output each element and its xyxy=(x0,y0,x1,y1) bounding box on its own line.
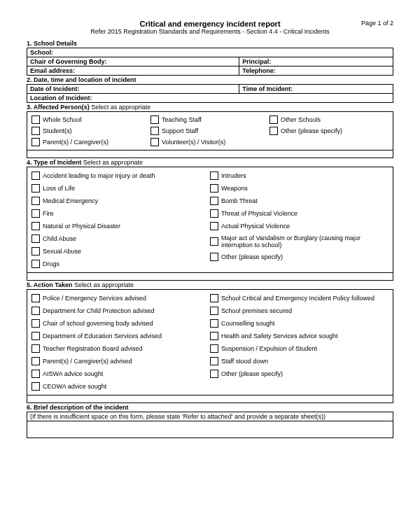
affected-label: Teaching Staff xyxy=(162,116,202,123)
chair-label[interactable]: Chair of Governing Body: xyxy=(27,57,239,66)
affected-checkbox[interactable] xyxy=(150,138,159,146)
incident-label: Intruders xyxy=(221,172,246,179)
affected-row: Teaching Staff xyxy=(150,114,270,125)
action-row: Department for Child Protection advised xyxy=(31,304,210,317)
datetime-table: Date of Incident: Time of Incident: Loca… xyxy=(27,84,393,103)
action-row: Chair of school governing body advised xyxy=(31,317,210,330)
affected-checkbox[interactable] xyxy=(270,127,278,135)
action-checkbox[interactable] xyxy=(210,344,218,353)
incident-checkbox[interactable] xyxy=(210,253,218,261)
affected-checkbox[interactable] xyxy=(150,115,159,124)
action-checkbox[interactable] xyxy=(31,294,40,302)
incident-checkbox[interactable] xyxy=(31,260,40,268)
page-indicator: Page 1 of 2 xyxy=(361,20,393,27)
description-note: (If there is insufficient space on this … xyxy=(27,412,393,421)
action-row: Counselling sought xyxy=(210,317,388,330)
incident-checkbox[interactable] xyxy=(210,197,218,205)
action-checkbox[interactable] xyxy=(31,370,40,378)
action-label: AISWA advice sought xyxy=(43,370,103,377)
incident-other-writeline[interactable] xyxy=(27,273,393,281)
section-3-heading: 3. Affected Person(s) Select as appropri… xyxy=(27,103,393,111)
school-label[interactable]: School: xyxy=(27,48,393,57)
section-3-title: 3. Affected Person(s) xyxy=(27,104,91,111)
action-checkbox[interactable] xyxy=(31,307,40,315)
action-taken-box: Police / Emergency Services advisedDepar… xyxy=(27,289,393,396)
action-checkbox[interactable] xyxy=(210,319,218,328)
school-details-table: School: Chair of Governing Body: Princip… xyxy=(27,48,393,76)
incident-label: Threat of Physical Violence xyxy=(221,210,298,217)
incident-checkbox[interactable] xyxy=(31,209,40,218)
section-6-heading: 6. Brief description of the incident xyxy=(27,403,393,412)
section-3-hint: Select as appropriate xyxy=(91,104,150,111)
incident-type-box: Accident leading to major injury or deat… xyxy=(27,167,393,273)
action-checkbox[interactable] xyxy=(31,382,40,391)
action-label: Parent(s) / Caregiver(s) advised xyxy=(43,358,132,365)
principal-label[interactable]: Principal: xyxy=(239,57,393,66)
section-4-heading: 4. Type of Incident Select as appropriat… xyxy=(27,158,393,167)
email-label[interactable]: Email address: xyxy=(27,66,239,76)
incident-row: Weapons xyxy=(210,182,388,195)
action-row: Health and Safety Services advice sought xyxy=(210,330,388,342)
section-5-hint: Select as appropriate xyxy=(74,281,134,288)
incident-checkbox[interactable] xyxy=(31,172,40,180)
incident-checkbox[interactable] xyxy=(31,197,40,205)
affected-checkbox[interactable] xyxy=(31,127,40,135)
action-checkbox[interactable] xyxy=(210,294,218,302)
incident-checkbox[interactable] xyxy=(31,234,40,243)
action-checkbox[interactable] xyxy=(31,357,40,365)
action-label: Staff stood down xyxy=(221,358,268,365)
section-4-hint: Select as appropriate xyxy=(83,159,143,166)
affected-checkbox[interactable] xyxy=(150,127,159,135)
action-checkbox[interactable] xyxy=(31,319,40,328)
incident-checkbox[interactable] xyxy=(210,222,218,230)
section-2-heading: 2. Date, time and location of incident xyxy=(27,76,393,84)
incident-label: Other (please specify) xyxy=(221,253,283,260)
form-title: Critical and emergency incident report xyxy=(27,20,393,28)
incident-checkbox[interactable] xyxy=(31,247,40,255)
form-header: Page 1 of 2 Critical and emergency incid… xyxy=(27,20,393,35)
incident-checkbox[interactable] xyxy=(31,184,40,192)
incident-checkbox[interactable] xyxy=(210,209,218,218)
affected-row: Support Staff xyxy=(150,125,270,136)
action-checkbox[interactable] xyxy=(31,332,40,340)
action-label: Police / Emergency Services advised xyxy=(43,295,146,302)
affected-checkbox[interactable] xyxy=(31,115,40,124)
incident-checkbox[interactable] xyxy=(31,222,40,230)
affected-other-writeline[interactable] xyxy=(27,150,393,158)
action-row: Teacher Registration Board advised xyxy=(31,342,210,355)
affected-checkbox[interactable] xyxy=(31,138,40,146)
action-checkbox[interactable] xyxy=(210,332,218,340)
action-checkbox[interactable] xyxy=(31,344,40,353)
incident-label: Bomb Threat xyxy=(221,197,258,204)
incident-checkbox[interactable] xyxy=(210,172,218,180)
action-checkbox[interactable] xyxy=(210,307,218,315)
action-row: Police / Emergency Services advised xyxy=(31,292,210,304)
incident-row: Intruders xyxy=(210,169,388,182)
incident-row: Natural or Physical Disaster xyxy=(31,220,210,232)
action-other-writeline[interactable] xyxy=(27,396,393,403)
action-row: Parent(s) / Caregiver(s) advised xyxy=(31,355,210,368)
location-label[interactable]: Location of Incident: xyxy=(27,94,393,103)
incident-label: Natural or Physical Disaster xyxy=(43,223,120,230)
incident-label: Fire xyxy=(43,210,54,217)
incident-row: Actual Physical Violence xyxy=(210,220,388,232)
incident-checkbox[interactable] xyxy=(210,184,218,192)
action-checkbox[interactable] xyxy=(210,357,218,365)
action-checkbox[interactable] xyxy=(210,370,218,378)
affected-label: Other (please specify) xyxy=(281,127,342,134)
date-label[interactable]: Date of Incident: xyxy=(27,85,239,94)
affected-checkbox[interactable] xyxy=(270,115,278,124)
incident-label: Medical Emergency xyxy=(43,197,98,204)
time-label[interactable]: Time of Incident: xyxy=(239,85,393,94)
action-row: AISWA advice sought xyxy=(31,368,210,380)
action-row: Suspension / Expulsion of Student xyxy=(210,342,388,355)
section-5-title: 5. Action Taken xyxy=(27,281,74,288)
incident-label: Loss of Life xyxy=(43,185,75,192)
action-label: School premises secured xyxy=(221,307,292,314)
description-input-area[interactable] xyxy=(27,421,393,438)
telephone-label[interactable]: Telephone: xyxy=(239,66,393,76)
incident-checkbox[interactable] xyxy=(210,237,218,246)
action-row: School Critical and Emergency Incident P… xyxy=(210,292,388,304)
incident-row: Fire xyxy=(31,207,210,220)
action-label: Other (please specify) xyxy=(221,370,283,377)
